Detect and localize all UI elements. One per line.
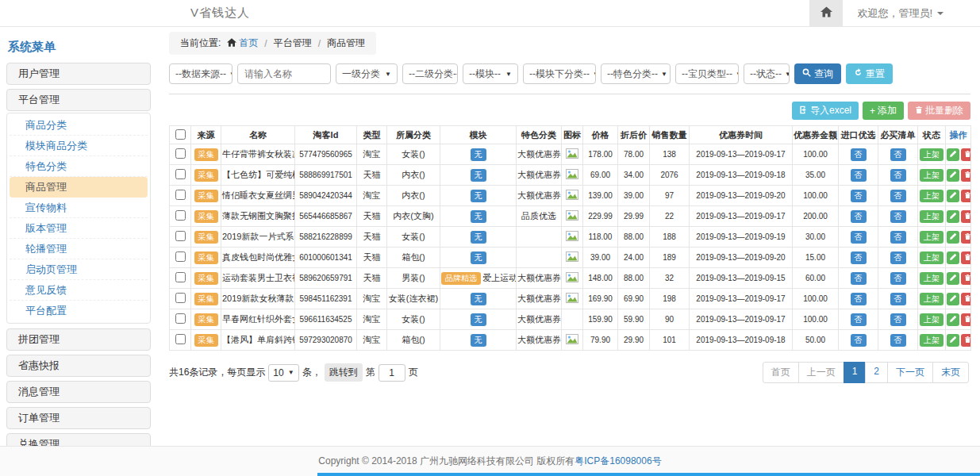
sidebar-group-4[interactable]: 消息管理 [6,381,151,403]
product-image-icon[interactable] [566,151,578,160]
sidebar-item-1-6[interactable]: 轮播管理 [10,239,148,259]
filter-module-subcategory-select[interactable]: --模块下分类--▼ [523,63,596,84]
delete-button[interactable] [961,190,971,202]
filter-item-type-select[interactable]: --宝贝类型--▼ [675,63,739,84]
edit-button[interactable] [947,210,959,223]
coupon-time-cell: 2019-09-13—2019-09-18 [690,330,793,351]
import-opt-cell: 否 [839,186,878,206]
icp-link[interactable]: 粤ICP备16098006号 [575,455,661,468]
row-checkbox[interactable] [175,169,186,179]
sidebar-item-1-9[interactable]: 平台配置 [10,301,148,321]
sidebar-item-1-2[interactable]: 特色分类 [10,156,148,177]
row-checkbox[interactable] [175,272,186,282]
delete-button[interactable] [961,313,971,326]
product-image-icon[interactable] [566,336,578,346]
sidebar-item-1-1[interactable]: 模块商品分类 [10,136,148,156]
delete-button[interactable] [961,293,971,305]
edit-button[interactable] [947,190,959,202]
name-search-input[interactable] [237,63,331,84]
add-button[interactable]: + 添加 [863,102,904,120]
delete-button[interactable] [961,210,971,223]
edit-button[interactable] [947,148,959,161]
edit-button[interactable] [947,293,959,305]
edit-button[interactable] [947,169,959,182]
row-checkbox[interactable] [175,190,186,200]
edit-icon [949,190,957,202]
name-cell: 情侣睡衣女夏丝绸男士... [221,186,295,206]
row-checkbox[interactable] [175,148,186,159]
import-excel-button[interactable]: 导入excel [792,102,859,120]
product-image-icon[interactable] [566,254,578,263]
delete-button[interactable] [961,231,971,244]
sidebar-item-1-0[interactable]: 商品分类 [10,115,148,136]
page-button-2[interactable]: 1 [844,362,867,383]
row-checkbox[interactable] [175,293,186,303]
section-divider [169,94,970,94]
category-cell: 内衣(文胸) [387,206,440,227]
sidebar-group-3[interactable]: 省惠快报 [6,355,151,377]
product-image-icon[interactable] [566,233,578,243]
filter-feature-category-select[interactable]: --特色分类--▼ [601,63,671,84]
sidebar-item-1-5[interactable]: 版本管理 [10,218,148,239]
filter-level1-category-select[interactable]: 一级分类▼ [336,63,398,84]
edit-icon [949,313,957,325]
user-menu[interactable]: 欢迎您，管理员! [843,0,980,27]
sidebar-item-1-3[interactable]: 商品管理 [10,177,148,198]
search-button[interactable]: 查询 [794,63,841,84]
select-all-checkbox[interactable] [175,129,186,140]
breadcrumb-home-link[interactable]: 首页 [239,36,258,50]
jump-page-input[interactable] [379,364,405,382]
delete-button[interactable] [961,334,971,347]
edit-button[interactable] [947,313,959,326]
page-button-5[interactable]: 末页 [932,362,969,383]
caret-down-icon [937,12,943,15]
module-badge: 品牌精选 [441,272,481,285]
delete-button[interactable] [961,251,971,264]
product-image-icon[interactable] [566,192,578,202]
home-button[interactable] [809,0,843,27]
coupon-amount-cell: 50.00 [793,330,839,351]
edit-button[interactable] [947,251,959,264]
page-button-4[interactable]: 下一页 [887,362,933,383]
product-image-icon[interactable] [566,274,578,284]
delete-button[interactable] [961,169,971,182]
category-cell: 箱包() [387,248,440,268]
filter-data-source-select[interactable]: --数据来源--▼ [169,63,233,84]
column-header-4: 所属分类 [387,126,440,144]
edit-icon [949,148,957,160]
module-cell: 无 [440,309,517,330]
row-checkbox[interactable] [175,313,186,324]
row-checkbox[interactable] [175,231,186,241]
row-checkbox[interactable] [175,251,186,262]
delete-button[interactable] [961,148,971,161]
import-opt-cell: 否 [839,309,878,330]
page-size-select[interactable]: 10 ▼ [268,364,298,382]
delete-button[interactable] [961,272,971,285]
product-image-icon[interactable] [566,213,578,222]
sidebar-item-1-4[interactable]: 宣传物料 [10,198,148,218]
filter-module-select[interactable]: --模块--▼ [463,63,518,84]
filter-level2-category-select[interactable]: --二级分类--▼ [402,63,458,84]
reset-button[interactable]: 重置 [846,63,893,84]
product-image-icon[interactable] [566,171,578,181]
sales-cell: 90 [650,309,690,330]
discount-price-cell: 29.99 [618,206,650,227]
row-checkbox[interactable] [175,210,186,221]
batch-delete-button[interactable]: 批量删除 [908,102,970,120]
edit-button[interactable] [947,334,959,347]
edit-button[interactable] [947,231,959,244]
sidebar-group-2[interactable]: 拼团管理 [6,328,151,351]
filter-status-select[interactable]: --状态--▼ [744,63,790,84]
row-checkbox[interactable] [175,334,186,344]
sidebar-item-1-8[interactable]: 意见反馈 [10,280,148,301]
product-image-icon[interactable] [566,295,578,305]
sidebar-group-0[interactable]: 用户管理 [6,63,151,85]
jump-button[interactable]: 跳转到 [325,363,363,382]
sidebar-group-5[interactable]: 订单管理 [6,407,151,429]
page-button-3[interactable]: 2 [865,362,888,383]
status-cell: 上架 [918,206,946,227]
source-badge: 采集 [194,148,218,161]
sidebar-group-1[interactable]: 平台管理 [6,89,151,111]
sidebar-item-1-7[interactable]: 启动页管理 [10,259,148,280]
edit-button[interactable] [947,272,959,285]
